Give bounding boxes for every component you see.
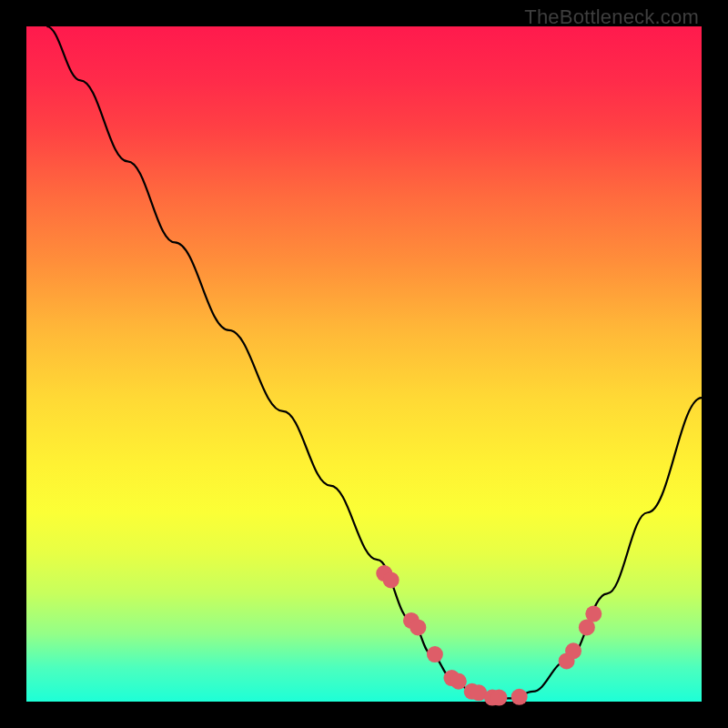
marker-point bbox=[450, 673, 467, 690]
bottleneck-curve bbox=[46, 26, 702, 698]
marker-point bbox=[427, 646, 443, 662]
optimal-markers bbox=[376, 565, 602, 706]
watermark-text: TheBottleneck.com bbox=[524, 5, 699, 29]
marker-point bbox=[565, 642, 581, 659]
marker-point bbox=[410, 619, 426, 635]
marker-point bbox=[511, 689, 528, 705]
marker-point bbox=[490, 690, 507, 706]
marker-point bbox=[585, 606, 602, 622]
chart-svg bbox=[26, 26, 702, 702]
marker-point bbox=[383, 571, 399, 588]
